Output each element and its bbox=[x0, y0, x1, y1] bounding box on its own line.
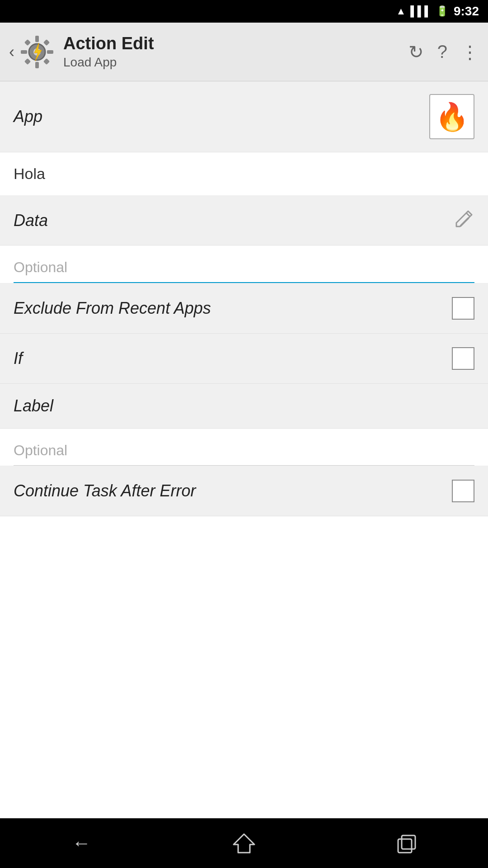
data-input-row[interactable] bbox=[0, 245, 488, 283]
svg-rect-15 bbox=[402, 835, 415, 849]
signal-icon: ▌▌▌ bbox=[410, 5, 432, 17]
edit-pen-icon bbox=[455, 208, 474, 232]
if-label: If bbox=[14, 349, 23, 368]
svg-marker-12 bbox=[456, 211, 472, 226]
action-bar: ‹ Action Edit Load App ↻ ? ⋮ bbox=[0, 23, 488, 81]
action-bar-subtitle: Load App bbox=[63, 55, 408, 70]
hola-value: Hola bbox=[14, 165, 45, 182]
status-icons: ▲ ▌▌▌ 🔋 bbox=[396, 5, 448, 17]
svg-line-13 bbox=[466, 213, 470, 217]
nav-back-button[interactable]: ← bbox=[63, 830, 99, 857]
svg-rect-8 bbox=[24, 58, 31, 64]
label-section-title: Label bbox=[14, 396, 53, 415]
action-bar-title: Action Edit bbox=[63, 34, 408, 53]
exclude-recent-apps-label: Exclude From Recent Apps bbox=[14, 299, 211, 318]
continue-task-label: Continue Task After Error bbox=[14, 481, 196, 500]
recents-icon bbox=[395, 832, 418, 854]
wifi-icon: ▲ bbox=[396, 5, 406, 17]
app-icon-box[interactable]: 🔥 bbox=[429, 94, 474, 139]
hola-value-row: Hola bbox=[0, 152, 488, 196]
svg-rect-9 bbox=[43, 58, 50, 64]
app-label: App bbox=[14, 107, 42, 126]
exclude-recent-apps-checkbox[interactable] bbox=[452, 297, 474, 320]
continue-task-row[interactable]: Continue Task After Error bbox=[0, 466, 488, 516]
data-optional-input[interactable] bbox=[14, 255, 474, 283]
svg-rect-2 bbox=[35, 36, 39, 42]
data-label: Data bbox=[14, 211, 48, 230]
battery-icon: 🔋 bbox=[436, 5, 448, 17]
exclude-recent-apps-row[interactable]: Exclude From Recent Apps bbox=[0, 283, 488, 334]
content: App 🔥 Hola Data Exclude From Recent Apps… bbox=[0, 81, 488, 818]
app-section-row[interactable]: App 🔥 bbox=[0, 81, 488, 152]
nav-home-button[interactable] bbox=[226, 830, 262, 857]
back-nav-icon: ← bbox=[72, 832, 91, 854]
more-options-button[interactable]: ⋮ bbox=[461, 42, 479, 62]
label-optional-input[interactable] bbox=[14, 438, 474, 466]
svg-rect-16 bbox=[398, 839, 412, 853]
if-checkbox[interactable] bbox=[452, 347, 474, 370]
nav-bar: ← bbox=[0, 818, 488, 868]
help-button[interactable]: ? bbox=[437, 42, 447, 62]
status-bar: ▲ ▌▌▌ 🔋 9:32 bbox=[0, 0, 488, 23]
label-section: Label bbox=[0, 384, 488, 429]
label-input-row[interactable] bbox=[0, 429, 488, 466]
home-icon bbox=[233, 832, 255, 854]
app-emoji-icon: 🔥 bbox=[435, 101, 469, 133]
svg-rect-7 bbox=[43, 39, 50, 45]
action-bar-actions: ↻ ? ⋮ bbox=[408, 42, 479, 62]
svg-rect-4 bbox=[21, 50, 27, 54]
action-bar-titles: Action Edit Load App bbox=[63, 34, 408, 70]
app-logo bbox=[19, 34, 55, 70]
refresh-button[interactable]: ↻ bbox=[408, 42, 424, 62]
svg-rect-5 bbox=[47, 50, 53, 54]
continue-task-checkbox[interactable] bbox=[452, 480, 474, 502]
back-button[interactable]: ‹ bbox=[9, 42, 14, 61]
status-time: 9:32 bbox=[454, 4, 479, 19]
svg-rect-3 bbox=[35, 62, 39, 68]
data-section-row[interactable]: Data bbox=[0, 196, 488, 245]
svg-marker-14 bbox=[234, 834, 254, 853]
svg-rect-6 bbox=[24, 39, 31, 45]
if-row[interactable]: If bbox=[0, 334, 488, 384]
nav-recents-button[interactable] bbox=[389, 830, 425, 857]
